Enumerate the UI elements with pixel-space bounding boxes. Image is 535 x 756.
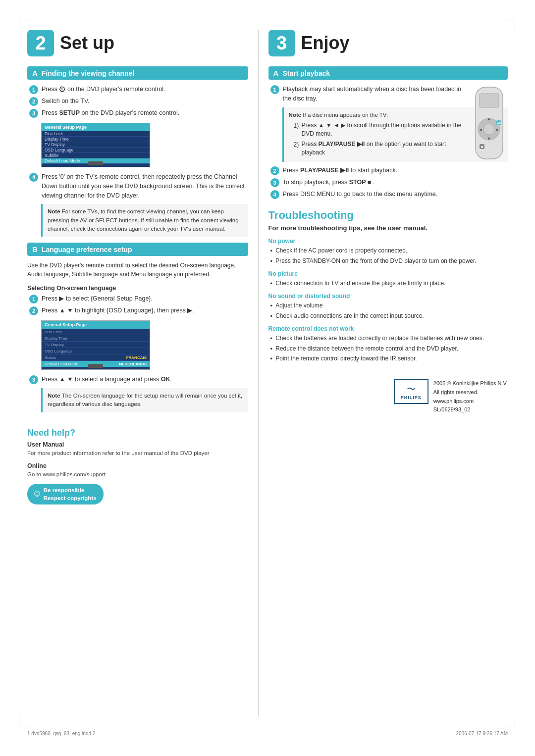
screenshot2-footer [88,364,103,368]
remote-bullet3-text: Point the remote control directly toward… [275,354,417,363]
section3a-header: A Start playback [268,66,508,80]
philips-logo: 〜 PHILIPS [394,379,428,404]
copyright-icon: © [34,490,40,499]
section2a-letter: A [32,69,38,77]
step3a2-text: Press PLAY/PAUSE ▶II to start playback. [283,166,398,175]
corner-mark-br [505,716,515,726]
footer-left: 1 dvd5960_qsg_93_eng.indd 2 [27,731,95,736]
no-sound-bullet2-text: Check audio connections are in the corre… [275,312,424,320]
svg-text:▲: ▲ [487,116,491,121]
step2a4-text: Press '0' on the TV's remote control, th… [42,172,248,200]
remote-bullet3: • Point the remote control directly towa… [270,354,508,363]
step3a1-text: Playback may start automatically when a … [283,85,466,103]
screenshot2-row4: OSD Language [42,348,150,354]
philips-website: www.philips.com [433,398,474,404]
step3a3: 3 To stop playback, press STOP ■ . [270,178,508,187]
note2b1: Note The On-screen language for the setu… [41,388,248,412]
screenshot2-row3: TV Display [42,342,150,348]
footer-right: 2006-07-17 9:26:17 AM [456,731,508,736]
section3-header: 3 Enjoy [268,30,508,56]
divider1 [27,420,248,420]
remote-bullet2: • Reduce the distance between the remote… [270,345,508,353]
step2b1-num: 1 [29,295,38,303]
step3a2-num: 2 [270,166,279,175]
no-picture-bullet1-text: Check connection to TV and ensure the pl… [275,279,445,288]
troubleshooting-subtitle: For more troubleshooting tips, see the u… [268,224,508,232]
philips-model: SL/0629/93_02 [433,406,471,412]
remote-illustration: ▶II ■ ▲ ▼ ◄ ► [471,85,508,170]
badge-line1: Be responsible [44,487,84,493]
section3a-title: Start playback [282,69,330,77]
section2b-intro: Use the DVD player's remote control to s… [27,261,248,279]
remote-bullet1-text: Check the batteries are loaded correctly… [275,334,484,343]
need-help-title: Need help? [27,428,248,438]
screenshot2-header: General Setup Page [42,321,150,329]
step3a3-num: 3 [270,178,279,187]
step3a4-text: Press DISC MENU to go back to the disc m… [283,190,438,199]
philips-copyright: Koninklijke Philips N.V. [453,380,508,386]
philips-year: 2005 [433,380,445,386]
section3a-letter: A [273,69,279,77]
no-picture-label: No picture [268,270,508,277]
section2a-title: Finding the viewing channel [42,69,134,77]
screenshot1-row1: Disc Lock [42,131,150,137]
no-picture-bullet1: • Check connection to TV and ensure the … [270,279,508,288]
svg-text:■: ■ [481,145,483,149]
badge-line2: Respect copyrights [44,495,97,501]
user-manual-text: For more product information refer to th… [27,449,248,457]
step3a4: 4 Press DISC MENU to go back to the disc… [270,190,508,199]
page: 2 Set up A Finding the viewing channel 1… [0,0,535,756]
no-sound-label: No sound or distorted sound [268,293,508,300]
svg-text:►: ► [495,127,500,132]
section3-num: 3 [276,33,287,54]
philips-rights: All rights reserved. [433,389,479,395]
svg-text:◄: ◄ [479,127,483,132]
note-substep2-text: Press PLAY/PAUSE ▶II on the option you w… [302,140,466,157]
note-substep1-text: Press ▲ ▼ ◄ ▶ to scroll through the opti… [302,121,466,139]
philips-logo-text: PHILIPS [401,395,422,400]
step2a4-num: 4 [29,173,38,182]
no-sound-bullet1-text: Adjust the volume [275,302,322,310]
no-power-label: No power [268,238,508,245]
section2-num-box: 2 [27,30,54,56]
step3a4-num: 4 [270,190,279,199]
section2-header: 2 Set up [27,30,248,56]
remote-not-work-label: Remote control does not work [268,325,508,332]
remote-svg: ▶II ■ ▲ ▼ ◄ ► [471,85,508,169]
no-power-bullet2-text: Press the STANDBY-ON on the front of the… [275,257,477,265]
troubleshooting-title: Troubleshooting [268,209,508,222]
section2a-header: A Finding the viewing channel [27,66,248,80]
step3a3-text: To stop playback, press STOP ■ . [283,178,375,187]
philips-info: 2005 © Koninklijke Philips N.V. All righ… [433,379,508,414]
note2b1-text: The On-screen language for the setup men… [48,393,242,407]
screenshot2-row5: Status FRANCAIS [42,354,150,361]
philips-footer: 〜 PHILIPS 2005 © Koninklijke Philips N.V… [394,379,508,414]
selecting-language-header: Selecting On-screen language [27,285,248,292]
screenshot2: General Setup Page Disc Lock Display Tim… [41,320,150,370]
svg-point-3 [483,124,494,135]
screenshot2-row2: Display Time [42,335,150,342]
note2a1-text: For some TVs, to find the correct viewin… [48,208,239,232]
note3a1-if: If a disc menu appears on the TV: [303,112,388,118]
no-power-bullet1-text: Check if the AC power cord is properly c… [275,247,407,255]
step2a2-num: 2 [29,97,38,106]
step2a3-text: Press SETUP on the DVD player's remote c… [42,108,179,118]
corner-mark-bl [20,716,30,726]
note-substep1: 1) Press ▲ ▼ ◄ ▶ to scroll through the o… [294,121,466,139]
user-manual-label: User Manual [27,441,248,448]
section2-title: Set up [60,33,114,53]
no-sound-bullet2: • Check audio connections are in the cor… [270,312,508,320]
step2a2: 2 Switch on the TV. [29,97,248,106]
step2b1-text: Press ▶ to select {General Setup Page}. [42,294,153,303]
screenshot1-row3: TV Display [42,142,150,148]
screenshot1-row4: OSD Language [42,148,150,153]
screenshot1-header-text: General Setup Page [45,125,87,130]
screenshot1-footer [88,161,103,165]
no-power-bullet2: • Press the STANDBY-ON on the front of t… [270,257,508,265]
step2a3-num: 3 [29,109,38,118]
screenshot1-header: General Setup Page [42,123,150,131]
section3-title: Enjoy [301,33,350,53]
step2b2-num: 2 [29,306,38,315]
corner-mark-tl [20,20,30,30]
step2a1: 1 Press ⏻ on the DVD player's remote con… [29,85,248,94]
